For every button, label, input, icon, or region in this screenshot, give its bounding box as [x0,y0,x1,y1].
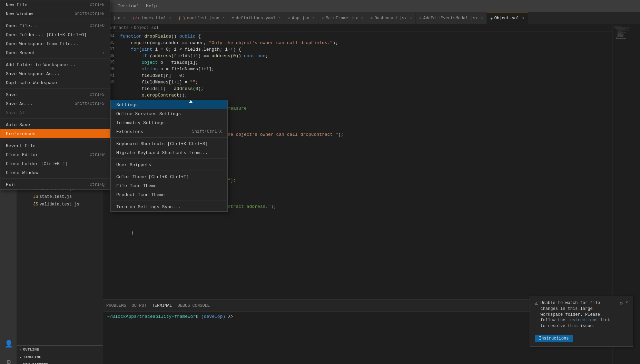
prefs-sep-3 [111,171,227,171]
menu-sep-4 [0,119,110,119]
menu-open-recent[interactable]: Open Recent › [0,48,110,57]
prefs-file-icon-theme[interactable]: File Icon Theme [111,181,227,190]
prefs-user-snippets[interactable]: User Snippets [111,160,227,169]
prefs-sep-4 [111,201,227,201]
menu-revert-file[interactable]: Revert File [0,141,110,150]
menu-exit[interactable]: Exit Ctrl+Q [0,180,110,189]
prefs-settings-sync[interactable]: Turn on Settings Sync... [111,202,227,211]
menu-close-editor[interactable]: Close Editor Ctrl+W [0,150,110,159]
menu-sep-1 [0,20,110,20]
menu-preferences[interactable]: Preferences › [0,129,110,138]
menu-sep-6 [0,179,110,179]
prefs-submenu: Settings Online Services Settings Teleme… [110,100,228,212]
menu-save-all[interactable]: Save All [0,108,110,117]
prefs-sep-2 [111,159,227,159]
prefs-product-icon-theme[interactable]: Product Icon Theme [111,190,227,199]
menu-open-folder[interactable]: Open Folder... [Ctrl+K Ctrl+O] [0,30,110,39]
menu-sep-5 [0,140,110,140]
prefs-telemetry[interactable]: Telemetry Settings [111,118,227,127]
menu-save[interactable]: Save Ctrl+S [0,90,110,99]
prefs-sep-1 [111,138,227,138]
prefs-migrate-shortcuts[interactable]: Migrate Keyboard Shortcuts from... [111,148,227,157]
menu-open-workspace[interactable]: Open Workspace from File... [0,39,110,48]
menu-duplicate-workspace[interactable]: Duplicate Workspace [0,78,110,87]
prefs-settings[interactable]: Settings [111,100,227,109]
menu-auto-save[interactable]: Auto Save [0,120,110,129]
menu-overlay[interactable]: New File Ctrl+N New Window Shift+Ctrl+N … [0,0,640,364]
file-menu: New File Ctrl+N New Window Shift+Ctrl+N … [0,0,110,190]
menu-new-window[interactable]: New Window Shift+Ctrl+N [0,9,110,18]
menu-new-file[interactable]: New File Ctrl+N [0,0,110,9]
menu-save-as[interactable]: Save As... Shift+Ctrl+S [0,99,110,108]
menu-sep-2 [0,59,110,59]
menu-close-window[interactable]: Close Window [0,168,110,177]
prefs-keyboard-shortcuts[interactable]: Keyboard Shortcuts [Ctrl+K Ctrl+S] [111,139,227,148]
prefs-online-services[interactable]: Online Services Settings [111,109,227,118]
menu-sep-3 [0,89,110,89]
prefs-extensions[interactable]: Extensions Shift+Ctrl+X [111,127,227,136]
menu-close-folder[interactable]: Close Folder [Ctrl+K F] [0,159,110,168]
prefs-color-theme[interactable]: Color Theme [Ctrl+K Ctrl+T] [111,172,227,181]
menu-add-folder[interactable]: Add Folder to Workspace... [0,60,110,69]
menu-save-workspace-as[interactable]: Save Workspace As... [0,69,110,78]
menu-open-file[interactable]: Open File... Ctrl+O [0,21,110,30]
